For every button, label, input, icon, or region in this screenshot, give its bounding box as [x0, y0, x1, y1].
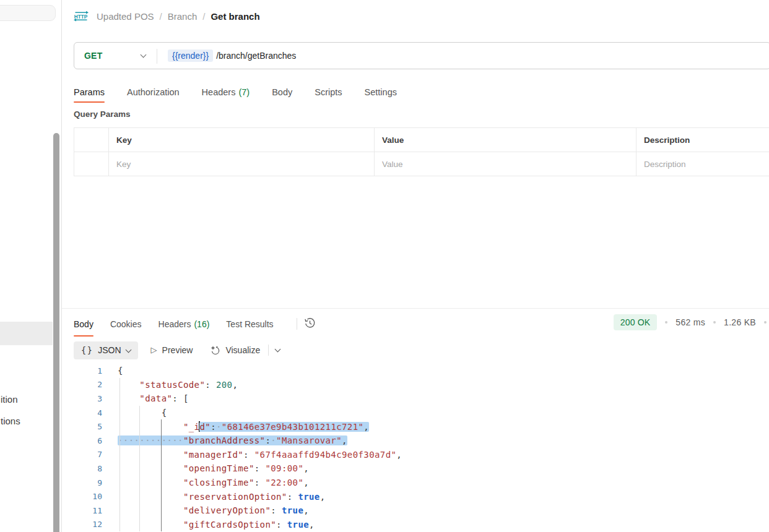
tab-count: (7): [238, 87, 250, 97]
http-request-icon: HTTP: [74, 10, 89, 22]
breadcrumb: HTTP Upadted POS / Branch / Get branch: [74, 9, 260, 24]
tab-label: Body: [272, 87, 292, 97]
response-tab-cookies[interactable]: Cookies: [110, 315, 142, 333]
tab-label: Authorization: [127, 87, 180, 97]
line-number: 4: [62, 408, 102, 418]
tab-label: Cookies: [110, 319, 142, 329]
tab-label: Params: [74, 87, 105, 97]
code-line: 2 "statusCode": 200,: [62, 378, 769, 392]
separator-dot: [665, 321, 667, 324]
sidebar-selected-item[interactable]: [0, 322, 53, 345]
indent-guide-active: [161, 419, 162, 531]
line-number: 6: [62, 436, 102, 445]
svg-text:HTTP: HTTP: [74, 14, 88, 20]
braces-icon: {}: [81, 345, 93, 355]
param-input-description[interactable]: Description: [636, 152, 769, 176]
status-badge[interactable]: 200 OK: [614, 314, 658, 330]
tab-authorization[interactable]: Authorization: [127, 82, 180, 103]
response-json-viewer[interactable]: 1{2 "statusCode": 200,3 "data": [4 {5 "_…: [62, 364, 769, 532]
param-input-value[interactable]: Value: [375, 152, 636, 176]
code-line: 1{: [62, 364, 769, 378]
column-header-key: Key: [109, 128, 375, 152]
response-tab-test-results[interactable]: Test Results: [226, 315, 273, 333]
request-url-bar: GET {{render}} /branch/getBranches: [74, 42, 769, 69]
tab-label: Headers: [202, 87, 236, 97]
code-line: 7 "managerId": "67f4aaaffd94b4c9e0f30a7d…: [62, 448, 769, 462]
line-number: 8: [62, 464, 102, 473]
format-dropdown[interactable]: {} JSON: [74, 341, 138, 359]
breadcrumb-request-name[interactable]: Get branch: [211, 11, 259, 22]
code-line: 6············"branchAddress":·"Mansarova…: [62, 434, 769, 448]
separator-dot: [713, 321, 716, 324]
code-line: 12 "giftCardsOption": true,: [62, 518, 769, 532]
code-line: 9 "closingTime": "22:00",: [62, 476, 769, 490]
line-number: 9: [62, 478, 102, 487]
tab-scripts[interactable]: Scripts: [315, 82, 342, 103]
line-number: 1: [62, 366, 102, 375]
selection-highlight: d":·"68146e37e9b43b101211c721",: [199, 422, 369, 432]
tab-settings[interactable]: Settings: [365, 82, 397, 103]
indent-guide: [139, 406, 140, 531]
tab-label: Test Results: [226, 319, 273, 329]
separator-dot: [764, 321, 767, 324]
tab-label: Headers: [159, 319, 191, 329]
sidebar-item-label[interactable]: tions: [1, 416, 20, 426]
sidebar-search-box[interactable]: [0, 5, 56, 21]
tab-label: Settings: [365, 87, 397, 97]
sidebar-scrollbar[interactable]: [53, 133, 59, 532]
url-variable-chip[interactable]: {{render}}: [168, 49, 213, 62]
table-checkbox-column: [74, 128, 109, 152]
divider: [268, 345, 269, 356]
breadcrumb-separator: /: [160, 11, 162, 22]
url-path[interactable]: /branch/getBranches: [216, 51, 296, 61]
breadcrumb-workspace[interactable]: Upadted POS: [97, 11, 154, 22]
indent-guide: [119, 378, 120, 531]
response-json-lines: 1{2 "statusCode": 200,3 "data": [4 {5 "_…: [62, 364, 769, 531]
tab-label: Scripts: [315, 87, 342, 97]
response-tab-body[interactable]: Body: [74, 315, 93, 333]
query-params-title: Query Params: [74, 109, 131, 119]
code-line: 5 "_id":·"68146e37e9b43b101211c721",: [62, 419, 769, 434]
method-selector[interactable]: GET: [84, 51, 102, 61]
visualize-button[interactable]: Visualize: [210, 345, 260, 356]
preview-button[interactable]: ▷ Preview: [151, 345, 193, 355]
history-icon[interactable]: [304, 317, 316, 329]
response-body-toolbar: {} JSON ▷ Preview Visualize: [74, 341, 280, 359]
visualize-label: Visualize: [225, 345, 260, 355]
preview-label: Preview: [162, 345, 193, 355]
code-line: 4 {: [62, 406, 769, 420]
line-number: 5: [62, 422, 102, 431]
response-size[interactable]: 1.26 KB: [724, 317, 756, 327]
code-line: 8 "openingTime": "09:00",: [62, 461, 769, 476]
tab-count: (16): [194, 319, 209, 329]
format-label: JSON: [98, 345, 121, 355]
divider: [157, 49, 157, 64]
sidebar-item-label[interactable]: ition: [1, 394, 18, 405]
selection-highlight: ············"branchAddress":·"Mansarovar…: [118, 435, 347, 445]
play-icon: ▷: [151, 345, 157, 354]
left-sidebar: ition tions: [0, 0, 62, 532]
url-input[interactable]: {{render}} /branch/getBranches: [168, 43, 296, 69]
param-input-key[interactable]: Key: [109, 152, 375, 176]
table-checkbox-cell: [74, 152, 109, 176]
column-header-description: Description: [636, 128, 769, 152]
code-line: 10 "reservationOption": true,: [62, 489, 769, 504]
response-tab-headers[interactable]: Headers(16): [159, 315, 210, 333]
tab-label: Body: [74, 319, 93, 329]
breadcrumb-folder[interactable]: Branch: [168, 11, 198, 22]
chevron-down-icon: [125, 346, 131, 353]
tab-params[interactable]: Params: [74, 82, 105, 103]
response-time[interactable]: 562 ms: [676, 317, 705, 327]
tab-headers[interactable]: Headers(7): [202, 82, 250, 103]
chevron-down-icon[interactable]: [275, 346, 281, 353]
response-divider: [62, 308, 769, 309]
chevron-down-icon[interactable]: [141, 52, 147, 58]
line-number: 3: [62, 394, 102, 403]
query-params-table: KeyValueDescription KeyValueDescription: [74, 127, 769, 176]
response-tabs: BodyCookiesHeaders(16)Test Results: [74, 313, 316, 337]
tab-body[interactable]: Body: [272, 82, 292, 103]
line-number: 2: [62, 380, 102, 389]
response-status-bar: 200 OK 562 ms 1.26 KB: [614, 313, 767, 332]
table-input-row: KeyValueDescription: [74, 152, 769, 176]
request-tabs: ParamsAuthorizationHeaders(7)BodyScripts…: [74, 82, 397, 103]
